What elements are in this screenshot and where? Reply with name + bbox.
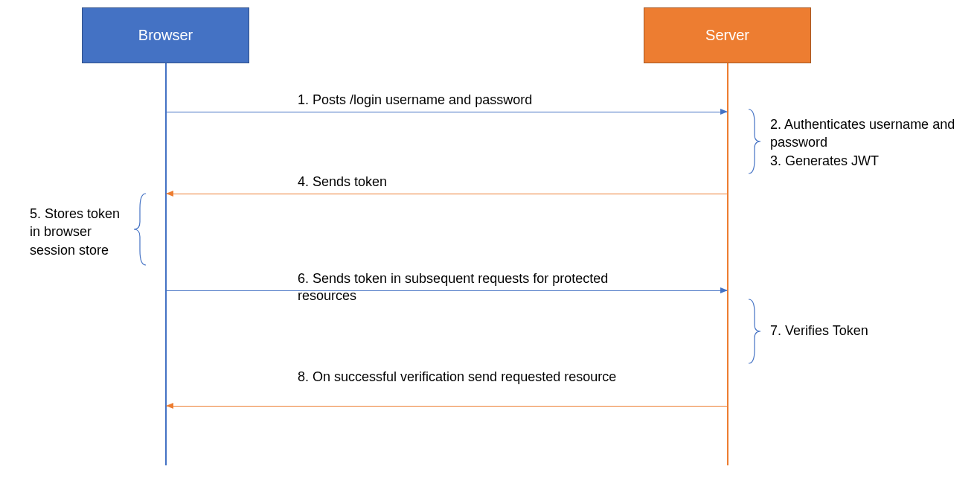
label-step-4: 4. Sends token (298, 173, 640, 191)
arrow-step-8 (167, 406, 727, 407)
lifeline-server (727, 63, 728, 465)
actor-browser-label: Browser (138, 27, 193, 44)
brace-step-7 (741, 298, 760, 365)
actor-server-label: Server (705, 27, 749, 44)
arrow-step-4 (167, 194, 727, 194)
brace-step-5 (134, 192, 153, 267)
label-step-6: 6. Sends token in subsequent requests fo… (298, 270, 640, 305)
note-step-2-3: 2. Authenticates username and password3.… (770, 115, 964, 170)
note-step-5: 5. Stores token in browser session store (30, 205, 134, 259)
note-step-7: 7. Verifies Token (770, 322, 934, 340)
actor-server: Server (644, 7, 811, 63)
label-step-1: 1. Posts /login username and password (298, 92, 640, 109)
actor-browser: Browser (82, 7, 249, 63)
brace-step-2-3 (741, 108, 760, 175)
label-step-8: 8. On successful verification send reque… (298, 369, 640, 386)
arrow-step-1 (167, 112, 727, 112)
